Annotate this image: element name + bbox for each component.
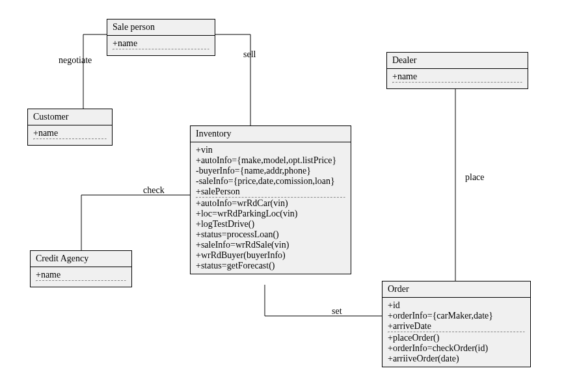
class-op: +saleInfo=wrRdSale(vin) (196, 240, 345, 250)
class-order: Order +id +orderInfo={carMaker,date} +ar… (382, 281, 531, 367)
class-attr: +arriveDate (388, 321, 525, 332)
class-attr: +id (388, 300, 525, 311)
class-credit-agency: Credit Agency +name (30, 250, 132, 287)
class-attr: +orderInfo={carMaker,date} (388, 311, 525, 321)
class-attr: +name (33, 128, 107, 138)
class-attr: +name (113, 38, 209, 49)
class-attr: +name (392, 72, 522, 82)
class-op: +autoInfo=wrRdCar(vin) (196, 198, 345, 209)
class-customer: Customer +name (27, 109, 113, 146)
relation-place-label: place (465, 172, 485, 183)
class-op: +placeOrder() (388, 333, 525, 343)
class-title: Sale person (107, 20, 215, 36)
class-op: +loc=wrRdParkingLoc(vin) (196, 209, 345, 219)
class-attr: -saleInfo={price,date,comission,loan} (196, 176, 345, 187)
class-attr: +salePerson (196, 187, 345, 197)
class-attr: +autoInfo={make,model,opt.listPrice} (196, 155, 345, 166)
class-attr: +vin (196, 145, 345, 155)
class-inventory: Inventory +vin +autoInfo={make,model,opt… (190, 125, 351, 274)
relation-negotiate-label: negotiate (59, 55, 92, 66)
class-op: +status=getForecast() (196, 261, 345, 271)
class-dealer: Dealer +name (386, 52, 528, 89)
class-sale-person: Sale person +name (107, 19, 215, 56)
class-title: Inventory (191, 126, 351, 142)
relation-check-label: check (143, 185, 165, 196)
class-attr: +name (36, 270, 126, 280)
class-op: +arriiveOrder(date) (388, 354, 525, 364)
class-title: Credit Agency (31, 251, 131, 267)
class-op: +status=processLoan() (196, 229, 345, 240)
class-attr: -buyerInfo={name,addr,phone} (196, 166, 345, 176)
relation-set-label: set (332, 306, 342, 317)
class-title: Customer (28, 109, 112, 125)
class-op: +logTestDrive() (196, 219, 345, 229)
class-op: +orderInfo=checkOrder(id) (388, 343, 525, 354)
class-title: Dealer (387, 53, 528, 69)
class-title: Order (383, 281, 530, 298)
relation-sell-label: sell (243, 49, 256, 60)
class-op: +wrRdBuyer(buyerInfo) (196, 250, 345, 261)
